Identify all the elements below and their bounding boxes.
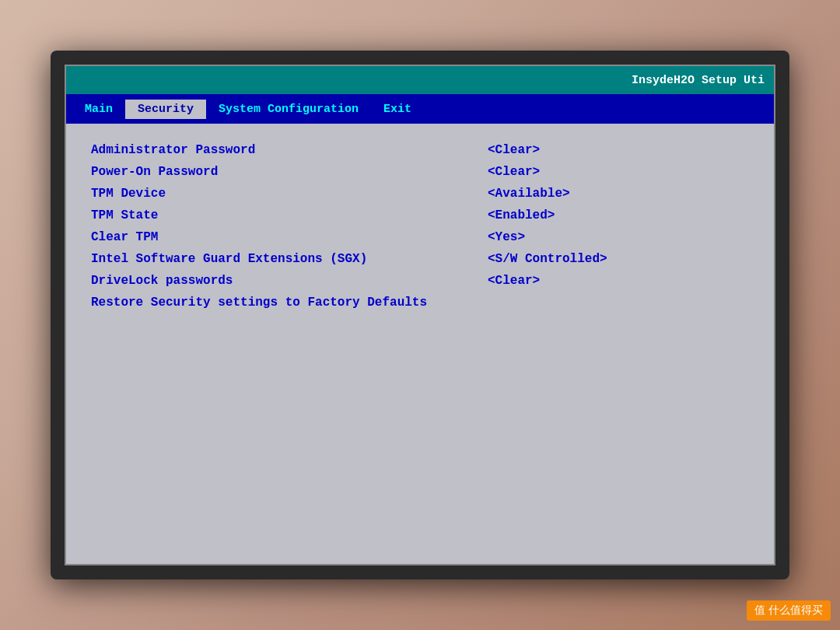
bios-content: Administrator Password<Clear>Power-On Pa… [66,124,774,564]
settings-row[interactable]: DriveLock passwords<Clear> [89,270,751,292]
settings-row[interactable]: Clear TPM<Yes> [89,226,751,248]
setting-value: <Clear> [486,139,751,161]
monitor: InsydeH2O Setup Uti Main Security System… [51,51,789,579]
setting-value: <Yes> [486,226,751,248]
settings-row[interactable]: Administrator Password<Clear> [89,139,751,161]
bios-title: InsydeH2O Setup Uti [632,74,765,87]
setting-label: Power-On Password [89,161,486,183]
bios-nav: Main Security System Configuration Exit [66,94,774,124]
setting-label: Clear TPM [89,226,486,248]
setting-label: Restore Security settings to Factory Def… [89,292,486,313]
nav-system-config[interactable]: System Configuration [206,100,371,119]
settings-row[interactable]: Intel Software Guard Extensions (SGX)<S/… [89,248,751,270]
settings-table: Administrator Password<Clear>Power-On Pa… [89,139,751,313]
setting-value: <S/W Controlled> [486,248,751,270]
setting-label: Administrator Password [89,139,486,161]
bios-header: InsydeH2O Setup Uti [66,66,774,94]
setting-label: DriveLock passwords [89,270,486,292]
watermark: 值 什么值得买 [747,600,831,621]
nav-security[interactable]: Security [125,100,206,119]
setting-value: <Clear> [486,161,751,183]
setting-value: <Available> [486,183,751,205]
setting-label: TPM State [89,205,486,226]
settings-row[interactable]: Restore Security settings to Factory Def… [89,292,751,313]
setting-value: <Enabled> [486,205,751,226]
setting-label: Intel Software Guard Extensions (SGX) [89,248,486,270]
settings-row[interactable]: TPM Device<Available> [89,183,751,205]
setting-value: <Clear> [486,270,751,292]
settings-row[interactable]: TPM State<Enabled> [89,205,751,226]
setting-label: TPM Device [89,183,486,205]
bios-screen: InsydeH2O Setup Uti Main Security System… [65,65,775,565]
nav-main[interactable]: Main [72,100,125,119]
settings-row[interactable]: Power-On Password<Clear> [89,161,751,183]
nav-exit[interactable]: Exit [371,100,424,119]
